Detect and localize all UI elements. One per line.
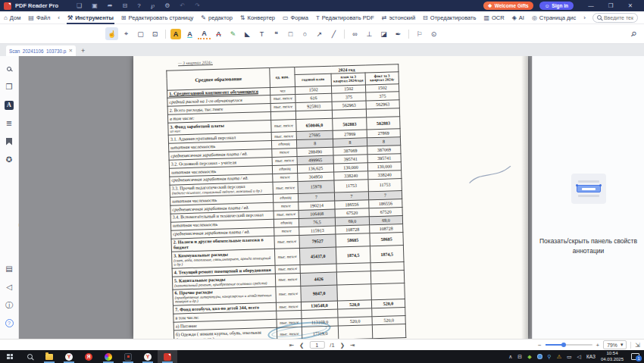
help-icon[interactable]: ? <box>137 2 140 9</box>
strikeout-text-icon[interactable]: A <box>212 27 225 40</box>
marquee-select-icon[interactable]: ▢ <box>134 27 147 40</box>
add-text-icon[interactable]: T <box>255 27 268 40</box>
share-icon[interactable]: ➦ <box>108 2 113 9</box>
zoom-slider-thumb[interactable] <box>561 343 566 347</box>
start-button[interactable] <box>0 350 20 363</box>
zoom-slider[interactable] <box>546 344 592 346</box>
redo-icon[interactable]: ↷ <box>195 2 200 9</box>
taskbar-yandex-browser-button[interactable]: Y <box>59 350 79 363</box>
print-icon[interactable]: ⊟ <box>123 2 128 9</box>
row-q3-plan-cell <box>337 283 372 301</box>
eraser-icon[interactable]: ◣ <box>241 27 254 40</box>
zoom-level-dropdown[interactable]: 79%▾ <box>603 340 627 349</box>
document-viewport[interactable]: — 3 квартал 2024г. Среднее образование е… <box>19 56 532 339</box>
menu-editor[interactable]: ✎редактор <box>200 11 233 24</box>
taskbar-yandex-browser2-button[interactable]: Y <box>138 350 158 363</box>
link-icon[interactable]: ∞ <box>349 27 361 40</box>
menu-tools[interactable]: ⚒Инструменты <box>67 11 114 24</box>
line-icon[interactable]: ╱ <box>327 27 340 40</box>
zoom-select-icon[interactable]: ⌖ <box>120 27 133 40</box>
first-page-icon[interactable]: ⇤ <box>289 342 294 349</box>
taskbar-search-button[interactable] <box>20 350 39 363</box>
maximize-button[interactable]: ❐ <box>601 2 621 9</box>
stamp-icon[interactable]: ⊥ <box>363 27 376 40</box>
table-header-unit: ед. изм. <box>270 67 295 87</box>
search-box[interactable] <box>592 13 638 23</box>
hand-tool-icon[interactable]: ☝ <box>105 27 118 40</box>
close-button[interactable]: ✕ <box>621 2 640 9</box>
signature-icon[interactable]: ✒ <box>392 27 405 40</box>
tray-display-icon[interactable]: ▭ <box>567 354 572 360</box>
separator[interactable] <box>165 30 166 39</box>
previous-page-icon[interactable]: ❮ <box>299 342 304 349</box>
search-input[interactable] <box>604 15 633 20</box>
save-icon[interactable]: ▣ <box>92 2 98 9</box>
next-page-icon[interactable]: ❯ <box>340 342 345 349</box>
chevron-down-icon: ▾ <box>621 342 623 348</box>
menu-back-chevron[interactable]: ‹ <box>57 11 63 24</box>
tray-printer-icon[interactable]: ⊟ <box>517 354 522 360</box>
menu-ai[interactable]: ◈AI <box>511 11 525 24</box>
menu-item-label: Файл <box>36 14 50 21</box>
settings-gear-icon[interactable]: ⚙ <box>164 2 170 9</box>
window-controls: — ❐ ✕ <box>581 2 640 9</box>
taskbar-pdf-reader-button[interactable] <box>158 350 177 363</box>
taskbar-browser-button[interactable] <box>98 350 118 363</box>
row-unit-cell: тыс. тенге <box>274 249 300 266</box>
rectangle-icon[interactable]: □ <box>284 27 297 40</box>
notification-center-icon[interactable]: 1 <box>631 353 639 360</box>
taskbar-yandex-button[interactable]: Я <box>79 350 98 363</box>
menu-ocr[interactable]: ▥OCR <box>483 11 505 24</box>
tray-expand-icon[interactable]: ∧ <box>508 354 512 360</box>
tray-antivirus-icon[interactable]: ◆ <box>527 354 531 360</box>
sign-in-button[interactable]: ☺Sign in <box>539 2 574 10</box>
menu-overflow-chevron[interactable]: › <box>583 11 589 24</box>
taskbar-clock[interactable]: 10:5404.03.2025 <box>601 351 624 362</box>
highlight-text-icon[interactable]: A <box>170 29 181 39</box>
document-tab[interactable]: Scan_20241106_103730.p... ✕ <box>6 45 76 56</box>
preview-icon[interactable]: ⊙ <box>427 27 440 40</box>
row-q3-fact-cell <box>372 324 406 339</box>
taskbar-explorer-button[interactable] <box>39 350 59 363</box>
separator[interactable] <box>344 30 345 39</box>
snapshot-icon[interactable]: ⊡ <box>148 27 161 40</box>
menu-converter[interactable]: ⇅Конвертер <box>239 11 276 24</box>
taskbar-capture-button[interactable] <box>118 350 138 363</box>
tray-battery-warning-icon[interactable]: ⚠ <box>557 354 561 360</box>
last-page-icon[interactable]: ⇥ <box>350 342 355 349</box>
new-tab-button[interactable]: + <box>81 47 85 55</box>
image-icon[interactable]: ◪ <box>377 27 390 40</box>
tray-globe-icon[interactable] <box>537 354 542 359</box>
menu-edit-page[interactable]: ⊞Редактировать страницу <box>120 11 195 24</box>
pencil-icon[interactable]: ✎ <box>227 27 239 40</box>
menu-page-display[interactable]: ◎Страница дис <box>531 11 577 24</box>
menu-language[interactable]: ⇄эстонский <box>381 11 416 24</box>
menu-redact[interactable]: ⊟Отредактировать <box>422 11 477 24</box>
undo-icon[interactable]: ↶ <box>180 2 185 9</box>
page-number-input[interactable]: 1 <box>309 341 324 349</box>
zoom-in-icon[interactable]: + <box>596 342 600 349</box>
activate-key-icon[interactable]: ℘ <box>151 2 155 9</box>
table-header-q3-fact: факт за 3 квартал 2024г <box>365 72 399 85</box>
pin-toolbar-icon[interactable]: ⚲ <box>630 30 639 39</box>
zoom-out-icon[interactable]: − <box>538 342 542 349</box>
tray-volume-icon[interactable]: ◁ <box>577 354 581 360</box>
fit-page-icon[interactable]: ⇲ <box>635 342 640 349</box>
separator[interactable] <box>408 30 409 39</box>
bookmark-icon[interactable]: ⚐ <box>413 27 426 40</box>
menu-file[interactable]: ▤Файл <box>27 11 51 24</box>
comment-icon[interactable]: ❝ <box>270 27 283 40</box>
minimize-button[interactable]: — <box>581 2 601 9</box>
menu-form[interactable]: ▭Форма <box>282 11 309 24</box>
arrow-icon[interactable]: ↗ <box>313 27 326 40</box>
menu-home[interactable]: ⌂Дом <box>3 11 21 24</box>
tray-key-icon[interactable]: ⚲ <box>548 354 552 360</box>
squiggly-text-icon[interactable]: A <box>198 29 211 39</box>
language-indicator[interactable]: КАЗ <box>586 354 596 359</box>
ellipse-icon[interactable]: ○ <box>299 27 311 40</box>
welcome-gifts-button[interactable]: ❖Welcome Gifts <box>483 2 533 10</box>
menu-edit-pdf[interactable]: TРедактировать PDF <box>315 11 375 24</box>
open-file-icon[interactable]: ❏ <box>77 2 82 9</box>
underline-text-icon[interactable]: A <box>183 27 196 40</box>
tab-close-icon[interactable]: ✕ <box>69 48 73 54</box>
